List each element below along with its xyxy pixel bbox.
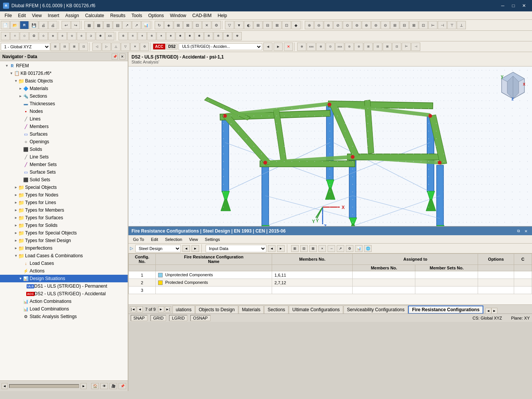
tb-more4[interactable]: ⊘ xyxy=(333,21,342,29)
tree-surfaces[interactable]: ▭ Surfaces xyxy=(0,130,128,138)
tb2-15[interactable]: ✴ xyxy=(138,32,147,40)
tb-more2[interactable]: ⊖ xyxy=(314,21,323,29)
tb-redo[interactable]: ↪ xyxy=(71,21,80,29)
tb-filter6[interactable]: ⊠ xyxy=(272,21,282,29)
tab-objects-to-design[interactable]: Objects to Design xyxy=(195,306,238,314)
tb3-23[interactable]: ⊣ xyxy=(411,43,420,51)
nav-btn-2[interactable]: 👁 xyxy=(100,383,108,389)
menu-results[interactable]: Results xyxy=(107,12,128,19)
tb2-23[interactable]: ✼ xyxy=(214,32,223,40)
tb2-18[interactable]: ✷ xyxy=(166,32,175,40)
ds2-combo[interactable]: ULS (STR/GEO) - Acciden... xyxy=(179,43,262,50)
panel-tb-8[interactable]: 📊 xyxy=(355,245,363,252)
tree-materials[interactable]: ► 🔷 Materials xyxy=(0,85,128,92)
first-page-btn[interactable]: |◄ xyxy=(130,306,136,312)
maximize-button[interactable]: □ xyxy=(508,2,518,10)
tb2-12[interactable]: XX xyxy=(105,32,114,40)
tb3-3[interactable]: ⊠ xyxy=(70,43,79,51)
menu-window[interactable]: Window xyxy=(167,12,189,19)
tb-export[interactable]: ↗ xyxy=(122,21,131,29)
panel-menu-edit[interactable]: Edit xyxy=(148,236,161,242)
panel-prev-btn[interactable]: ◄ xyxy=(182,245,190,252)
tab-scroll-right[interactable]: ► xyxy=(491,308,497,314)
tb-more14[interactable]: ⊢ xyxy=(428,21,437,29)
tb3-10[interactable]: ⚙ xyxy=(140,43,149,51)
tb3-18[interactable]: ⊞ xyxy=(364,43,373,51)
tab-sections[interactable]: Sections xyxy=(264,306,288,314)
cube-navigator[interactable]: x y z xyxy=(498,70,528,101)
bottom-table-area[interactable]: Config.No. Fire Resistance Configuration… xyxy=(128,253,532,304)
tree-load-combinations[interactable]: 📊 Load Combinations xyxy=(0,305,128,313)
tb2-3[interactable]: ✩ xyxy=(20,32,29,40)
nav-scroll-left[interactable]: ◄ xyxy=(2,383,8,389)
menu-view[interactable]: View xyxy=(29,12,45,19)
panel-combo-input-data[interactable]: Input Data xyxy=(206,245,266,252)
tree-load-cases[interactable]: ↓ Load Cases xyxy=(0,260,128,267)
tb2-2[interactable]: ✧ xyxy=(10,32,19,40)
nav-btn-3[interactable]: 🎥 xyxy=(109,383,117,389)
menu-assign[interactable]: Assign xyxy=(62,12,82,19)
tb2-22[interactable]: ✻ xyxy=(204,32,213,40)
nav-btn-4[interactable]: 📌 xyxy=(119,383,126,389)
panel-menu-view[interactable]: View xyxy=(186,236,201,242)
tb-more16[interactable]: ⊤ xyxy=(447,21,456,29)
menu-options[interactable]: Options xyxy=(145,12,167,19)
tb3-16[interactable]: ⊚ xyxy=(345,43,354,51)
tb3-x[interactable]: ✕ xyxy=(284,43,293,51)
tree-types-lines[interactable]: ► 📁 Types for Lines xyxy=(0,199,128,206)
tb-more8[interactable]: ⊜ xyxy=(371,21,380,29)
panel-tb-4[interactable]: × xyxy=(318,245,326,252)
tb3-7[interactable]: △ xyxy=(111,43,120,51)
tb2-25[interactable]: ✾ xyxy=(233,32,242,40)
menu-cadbim[interactable]: CAD-BIM xyxy=(189,12,215,19)
tb-rfem[interactable]: R xyxy=(20,21,29,29)
tb-save[interactable]: 💾 xyxy=(29,21,38,29)
tb3-19[interactable]: ⊟ xyxy=(373,43,382,51)
panel-tb-9[interactable]: 🌐 xyxy=(364,245,372,252)
tree-actions[interactable]: ⚡ Actions xyxy=(0,267,128,275)
tab-scroll-left[interactable]: ◄ xyxy=(485,308,491,314)
menu-help[interactable]: Help xyxy=(215,12,230,19)
tb-print2[interactable]: 🖨 xyxy=(48,21,57,29)
tb-filter8[interactable]: ◆ xyxy=(291,21,301,29)
tb-new[interactable]: 📄 xyxy=(1,21,10,29)
tab-serviceability-config[interactable]: Serviceability Configurations xyxy=(344,306,408,314)
tb3-21[interactable]: ⊡ xyxy=(392,43,401,51)
table-row-1[interactable]: 1 Unprotected Components 1,6,11 xyxy=(129,271,532,279)
tb2-10[interactable]: ✰ xyxy=(86,32,95,40)
last-page-btn[interactable]: ►| xyxy=(165,306,171,312)
close-button[interactable]: ✕ xyxy=(519,2,529,10)
status-lgrid[interactable]: LGRID xyxy=(169,315,187,321)
panel-data-next[interactable]: ► xyxy=(277,245,285,252)
nav-pin[interactable]: 📌 xyxy=(112,54,118,60)
tree-imperfections[interactable]: ► 📁 Imperfections xyxy=(0,244,128,252)
menu-calculate[interactable]: Calculate xyxy=(82,12,107,19)
menu-insert[interactable]: Insert xyxy=(45,12,62,19)
tb-filter2[interactable]: ▼ xyxy=(234,21,244,29)
tb2-4[interactable]: ✪ xyxy=(29,32,38,40)
tree-types-solids[interactable]: ► 📁 Types for Solids xyxy=(0,222,128,229)
panel-next-btn[interactable]: ► xyxy=(192,245,199,252)
view-canvas[interactable]: X Y Z Y xyxy=(128,66,532,226)
tb-more9[interactable]: ⊝ xyxy=(381,21,390,29)
tree-solid-sets[interactable]: ⬛ Solid Sets xyxy=(0,176,128,184)
tb-view2[interactable]: ⊞ xyxy=(174,21,183,29)
tree-types-steel[interactable]: ► 📁 Types for Steel Design xyxy=(0,237,128,244)
tb-export3[interactable]: 📊 xyxy=(141,21,150,29)
tb3-14[interactable]: ⊙ xyxy=(326,43,335,51)
panel-tb-5[interactable]: → xyxy=(328,245,335,252)
tree-thicknesses[interactable]: ▬ Thicknesses xyxy=(0,100,128,108)
panel-tb-2[interactable]: ⊟ xyxy=(300,245,308,252)
tb-more13[interactable]: ⊡ xyxy=(419,21,428,29)
tree-openings[interactable]: ○ Openings xyxy=(0,138,128,146)
tb-table4[interactable]: ▤ xyxy=(113,21,122,29)
panel-tb-3[interactable]: ⊠ xyxy=(309,245,317,252)
tb-filter3[interactable]: ◐ xyxy=(244,21,253,29)
tab-materials[interactable]: Materials xyxy=(239,306,264,314)
tree-types-special[interactable]: ► 📁 Types for Special Objects xyxy=(0,229,128,237)
tb-more17[interactable]: ⊥ xyxy=(457,21,466,29)
tb2-5[interactable]: ✫ xyxy=(39,32,48,40)
tb2-11[interactable]: ✱ xyxy=(96,32,105,40)
panel-close-btn[interactable]: ✕ xyxy=(523,228,529,234)
tb2-21[interactable]: ✺ xyxy=(195,32,204,40)
